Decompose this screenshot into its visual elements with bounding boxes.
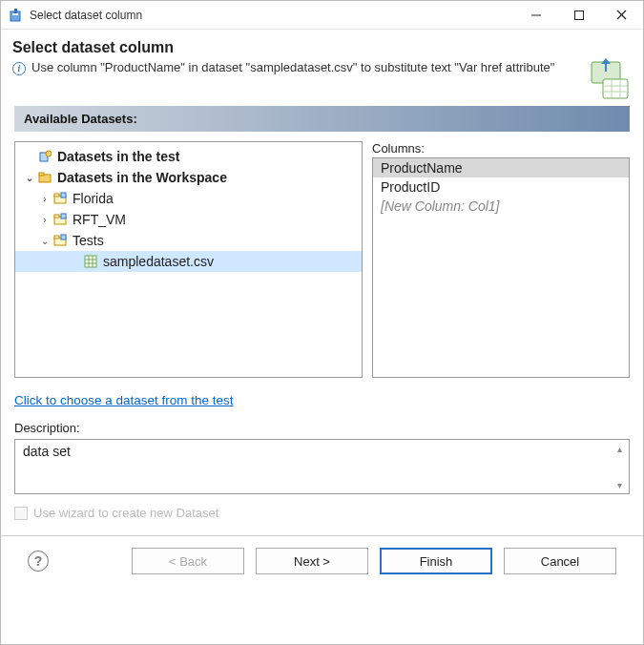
datasets-tree[interactable]: Datasets in the test ⌄ Datasets in the W… bbox=[14, 141, 363, 378]
tree-label: Datasets in the Workspace bbox=[57, 170, 227, 185]
scroll-down-icon[interactable]: ▾ bbox=[610, 476, 629, 493]
scroll-up-icon[interactable]: ▴ bbox=[610, 440, 629, 457]
description-field[interactable]: data set ▴ ▾ bbox=[14, 439, 630, 494]
tree-node-rft-vm[interactable]: › RFT_VM bbox=[15, 209, 362, 230]
collapse-icon[interactable]: ⌄ bbox=[38, 236, 52, 246]
description-value: data set bbox=[23, 444, 71, 459]
choose-dataset-link[interactable]: Click to choose a dataset from the test bbox=[14, 393, 234, 407]
finish-button[interactable]: Finish bbox=[380, 548, 492, 574]
tree-node-sampledataset[interactable]: sampledataset.csv bbox=[15, 251, 362, 272]
use-wizard-checkbox: Use wizard to create new Dataset bbox=[14, 506, 630, 520]
svg-rect-1 bbox=[14, 9, 17, 13]
window-title: Select dataset column bbox=[30, 9, 514, 22]
tree-label: Tests bbox=[73, 233, 104, 248]
svg-rect-21 bbox=[61, 193, 66, 198]
column-item-productid[interactable]: ProductID bbox=[373, 177, 629, 197]
folder-icon bbox=[52, 213, 69, 226]
svg-rect-23 bbox=[54, 215, 59, 218]
tree-root-datasets-in-test[interactable]: Datasets in the test bbox=[15, 146, 362, 167]
expand-icon[interactable]: › bbox=[38, 215, 52, 225]
checkbox-icon bbox=[14, 507, 28, 520]
svg-rect-9 bbox=[605, 64, 607, 72]
svg-rect-10 bbox=[603, 79, 628, 98]
tree-root-datasets-in-workspace[interactable]: ⌄ Datasets in the Workspace bbox=[15, 167, 362, 188]
svg-rect-24 bbox=[61, 214, 66, 218]
tree-node-tests[interactable]: ⌄ Tests bbox=[15, 230, 362, 251]
svg-rect-20 bbox=[54, 194, 59, 197]
svg-rect-18 bbox=[39, 173, 44, 176]
columns-label: Columns: bbox=[372, 141, 630, 156]
page-title: Select dataset column bbox=[12, 39, 628, 56]
svg-point-16 bbox=[46, 151, 52, 156]
close-button[interactable] bbox=[600, 1, 643, 30]
app-icon bbox=[9, 8, 24, 23]
csv-file-icon bbox=[82, 255, 99, 268]
titlebar: Select dataset column bbox=[1, 1, 643, 30]
column-item-new[interactable]: [New Column: Col1] bbox=[373, 197, 629, 216]
tree-label: RFT_VM bbox=[73, 212, 126, 227]
columns-list[interactable]: ProductName ProductID [New Column: Col1] bbox=[372, 157, 630, 378]
column-item-productname[interactable]: ProductName bbox=[373, 158, 629, 177]
tree-label: sampledataset.csv bbox=[103, 254, 214, 269]
svg-marker-8 bbox=[601, 58, 611, 64]
description-label: Description: bbox=[14, 421, 630, 435]
help-button[interactable]: ? bbox=[28, 551, 49, 572]
svg-rect-4 bbox=[574, 10, 583, 19]
svg-rect-2 bbox=[12, 13, 18, 15]
minimize-button[interactable] bbox=[514, 1, 557, 30]
svg-rect-27 bbox=[61, 235, 66, 239]
cancel-button[interactable]: Cancel bbox=[504, 548, 616, 574]
folder-icon bbox=[52, 234, 69, 247]
workspace-icon bbox=[36, 171, 53, 184]
dataset-banner-icon bbox=[586, 56, 632, 105]
svg-rect-28 bbox=[85, 256, 96, 267]
available-datasets-header: Available Datasets: bbox=[14, 106, 630, 132]
info-text: Use column "ProductName" in dataset "sam… bbox=[31, 60, 554, 74]
expand-icon[interactable]: › bbox=[38, 194, 52, 204]
back-button: < Back bbox=[132, 548, 244, 574]
checkbox-label: Use wizard to create new Dataset bbox=[33, 506, 218, 520]
tree-label: Datasets in the test bbox=[57, 149, 179, 164]
collapse-icon[interactable]: ⌄ bbox=[23, 173, 36, 183]
next-button[interactable]: Next > bbox=[256, 548, 368, 574]
wizard-header: Select dataset column i Use column "Prod… bbox=[1, 30, 643, 96]
svg-rect-26 bbox=[54, 236, 59, 239]
folder-icon bbox=[52, 192, 69, 205]
maximize-button[interactable] bbox=[557, 1, 600, 30]
info-icon: i bbox=[12, 62, 26, 75]
tree-label: Florida bbox=[73, 191, 114, 206]
dataset-root-icon bbox=[36, 150, 53, 163]
tree-node-florida[interactable]: › Florida bbox=[15, 188, 362, 209]
